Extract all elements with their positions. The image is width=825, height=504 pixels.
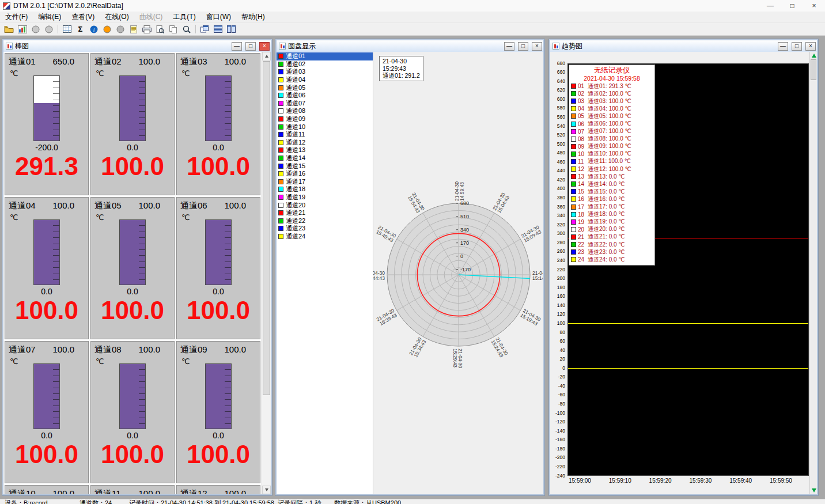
trend-scroll-down-icon[interactable] [812,488,816,492]
svg-text:21-04-3015:19:43: 21-04-3015:19:43 [519,308,542,327]
dial-channel-item-16[interactable]: 通道16 [277,170,373,178]
copy-icon[interactable] [166,24,180,35]
dial-channel-item-02[interactable]: 通道02 [277,60,373,69]
dial-window-content: 通道01通道02通道03通道04通道05通道06通道07通道08通道09通道10… [277,52,543,494]
statistics-sigma-icon[interactable]: Σ [74,24,87,35]
legend-timestamp: 2021-04-30 15:59:58 [571,75,653,82]
maximize-button[interactable]: □ [781,0,803,12]
dial-close-button[interactable]: × [532,42,542,51]
ball-orange-icon[interactable] [100,24,113,35]
dial-channel-item-07[interactable]: 通道07 [277,100,373,108]
menu-item-3[interactable]: 查看(V) [66,11,100,23]
bar-scale-max: 100.0 [138,344,160,354]
dial-window-titlebar[interactable]: 圆盘显示 — □ × [277,40,543,52]
channel-color-swatch [278,54,283,59]
tile-horizontal-icon[interactable] [211,24,225,35]
menu-item-1[interactable]: 文件(F) [0,11,33,23]
dial-channel-item-22[interactable]: 通道22 [277,217,373,225]
open-folder-icon[interactable] [2,24,16,35]
minimize-button[interactable]: — [759,0,781,12]
ball-disabled-icon[interactable] [29,24,42,35]
scroll-down-arrow-icon[interactable] [262,486,271,494]
channel-color-swatch [278,124,283,130]
dial-channel-item-01[interactable]: 通道01 [277,52,373,60]
bar-panel-6: 通道06100.0℃0.0100.0 [176,197,260,339]
legend-color-swatch [571,181,576,187]
info-icon[interactable]: i [87,24,100,35]
y-axis-label: 240 [550,258,565,263]
legend-channel-number: 17 [578,204,586,210]
dial-channel-item-12[interactable]: 通道12 [277,139,373,147]
channel-color-swatch [278,93,283,98]
bar-close-button[interactable]: × [259,42,270,51]
legend-rows: 01通道01: 291.3 ℃02通道02: 100.0 ℃03通道03: 10… [571,82,653,263]
bar-window-titlebar[interactable]: 棒图 — □ × [3,40,271,52]
svg-text:340: 340 [460,227,469,233]
menu-item-7[interactable]: 窗口(W) [201,11,236,23]
legend-color-swatch [571,98,576,104]
cascade-windows-icon[interactable] [198,24,211,35]
legend-channel-number: 13 [578,173,586,180]
trend-close-button[interactable]: × [805,42,816,51]
ball-gray-icon[interactable] [113,24,127,35]
dial-restore-button[interactable]: □ [518,42,528,51]
data-table-icon[interactable] [60,24,74,35]
dial-channel-item-08[interactable]: 通道08 [277,107,373,115]
menu-item-5[interactable]: 曲线(C) [134,11,168,23]
dial-channel-item-11[interactable]: 通道11 [277,131,373,139]
bar-minimize-button[interactable]: — [232,42,242,51]
report-page-icon[interactable] [127,24,140,35]
export-chart-icon[interactable] [16,24,29,35]
trend-scrollbar-thumb[interactable] [811,59,816,80]
channel-color-swatch [278,85,283,90]
legend-channel-value: 通道12: 100.0 ℃ [588,165,631,173]
y-axis-label: 280 [550,240,565,245]
menu-item-8[interactable]: 帮助(H) [236,11,270,23]
dial-channel-item-05[interactable]: 通道05 [277,84,373,92]
status-field-3: 记录时间：21-04-30 14:51:38 到 21-04-30 15:59:… [129,499,278,504]
dial-channel-item-19[interactable]: 通道19 [277,194,373,202]
trend-scrollbar[interactable] [809,52,817,494]
ball-disabled2-icon[interactable] [42,24,55,35]
dial-channel-item-21[interactable]: 通道21 [277,209,373,217]
menu-item-6[interactable]: 工具(T) [168,11,200,23]
dial-channel-item-03[interactable]: 通道03 [277,68,373,76]
dial-channel-item-09[interactable]: 通道09 [277,115,373,123]
legend-row-07: 07通道07: 100.0 ℃ [571,128,653,135]
dial-channel-item-06[interactable]: 通道06 [277,92,373,100]
zoom-icon[interactable] [180,24,193,35]
bar-channel-name: 通道09 [180,344,207,355]
menu-item-4[interactable]: 在线(O) [100,11,134,23]
menu-item-2[interactable]: 编辑(E) [33,11,66,23]
y-axis-label: 600 [550,97,565,102]
svg-text:0: 0 [460,253,463,259]
dial-channel-item-15[interactable]: 通道15 [277,162,373,170]
print-preview-icon[interactable] [153,24,166,35]
trend-window-titlebar[interactable]: 趋势图 — □ × [550,40,817,52]
print-icon[interactable] [140,24,153,35]
bar-channel-name: 通道12 [180,488,207,494]
dial-channel-item-13[interactable]: 通道13 [277,146,373,154]
trend-scroll-up-icon[interactable] [812,54,816,58]
bar-panel-2: 通道02100.0℃0.0100.0 [90,53,175,195]
legend-channel-value: 通道02: 100.0 ℃ [588,90,631,98]
bar-channel-value: 100.0 [91,440,174,469]
tile-vertical-icon[interactable] [225,24,238,35]
dial-channel-item-23[interactable]: 通道23 [277,225,373,233]
trend-minimize-button[interactable]: — [778,42,788,51]
bar-channel-name: 通道01 [9,56,36,67]
dial-channel-item-10[interactable]: 通道10 [277,123,373,131]
bar-restore-button[interactable]: □ [245,42,256,51]
scroll-up-arrow-icon[interactable] [262,52,271,60]
dial-channel-item-04[interactable]: 通道04 [277,76,373,84]
scrollbar-thumb[interactable] [263,61,270,395]
dial-channel-item-18[interactable]: 通道18 [277,185,373,194]
dial-channel-item-24[interactable]: 通道24 [277,233,373,241]
bar-window-scrollbar[interactable] [262,52,271,494]
dial-channel-item-14[interactable]: 通道14 [277,154,373,162]
trend-restore-button[interactable]: □ [792,42,802,51]
dial-channel-item-17[interactable]: 通道17 [277,178,373,186]
close-button[interactable]: × [803,0,825,12]
dial-minimize-button[interactable]: — [504,42,514,51]
dial-channel-item-20[interactable]: 通道20 [277,201,373,209]
